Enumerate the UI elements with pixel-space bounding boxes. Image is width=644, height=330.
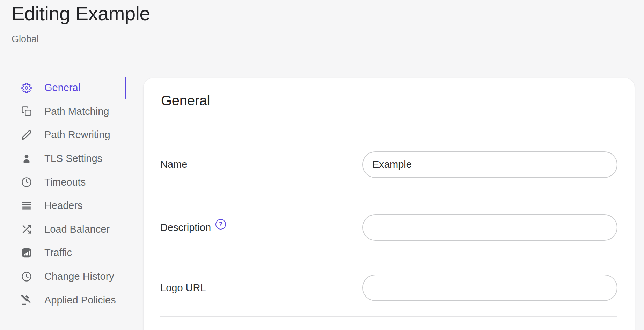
row-separator [160,316,617,317]
sidebar-item-label: Path Rewriting [44,129,110,141]
settings-card: General Name Description ? Logo URL [143,78,635,330]
pencil-icon [21,129,32,141]
sidebar-item-label: Path Matching [44,106,109,117]
gear-icon [21,82,32,93]
gavel-icon [21,294,32,306]
sidebar-item-headers[interactable]: Headers [17,194,126,218]
name-input[interactable] [362,151,617,178]
field-label: Description ? [160,222,226,233]
card-title: General [161,93,210,108]
sidebar-item-traffic[interactable]: Traffic [17,241,126,265]
logo-url-input[interactable] [362,275,617,301]
sidebar-item-timeouts[interactable]: Timeouts [17,170,126,194]
copy-icon [21,106,32,117]
page-title: Editing Example [12,2,150,25]
field-label-text: Logo URL [160,282,206,294]
sidebar-item-label: Change History [44,271,114,282]
sidebar-item-general[interactable]: General [17,76,126,100]
sidebar-item-label: Applied Policies [44,294,116,306]
sidebar-item-label: TLS Settings [44,153,102,164]
description-help-icon[interactable]: ? [215,219,226,230]
sidebar-item-label: Timeouts [44,177,86,188]
sidebar-item-label: General [44,82,80,93]
history-icon [21,271,32,282]
rows-icon [21,200,32,211]
form-body: Name Description ? Logo URL [144,123,635,317]
field-label-text: Name [160,159,187,170]
page-subtitle: Global [12,34,39,45]
form-row-description: Description ? [144,196,635,258]
field-label: Name [160,159,187,170]
clock-icon [21,177,32,188]
field-label-text: Description [160,222,211,233]
sidebar-item-label: Traffic [44,247,72,258]
shuffle-icon [21,224,32,235]
sidebar-nav: General Path Matching Path Rewriting TLS… [17,76,126,312]
sidebar-item-path-matching[interactable]: Path Matching [17,100,126,123]
sidebar-item-load-balancer[interactable]: Load Balancer [17,218,126,241]
sidebar-item-change-history[interactable]: Change History [17,265,126,288]
field-label: Logo URL [160,282,206,294]
sidebar-item-applied-policies[interactable]: Applied Policies [17,288,126,312]
sidebar-item-label: Load Balancer [44,224,110,235]
active-indicator [125,77,126,99]
sidebar-item-tls-settings[interactable]: TLS Settings [17,147,126,171]
sidebar-item-path-rewriting[interactable]: Path Rewriting [17,123,126,147]
person-icon [21,153,32,164]
description-input[interactable] [362,214,617,241]
form-row-name: Name [144,123,635,196]
card-header: General [144,78,635,123]
bar-chart-icon [21,247,32,258]
sidebar-item-label: Headers [44,200,83,211]
form-row-logo-url: Logo URL [144,258,635,317]
